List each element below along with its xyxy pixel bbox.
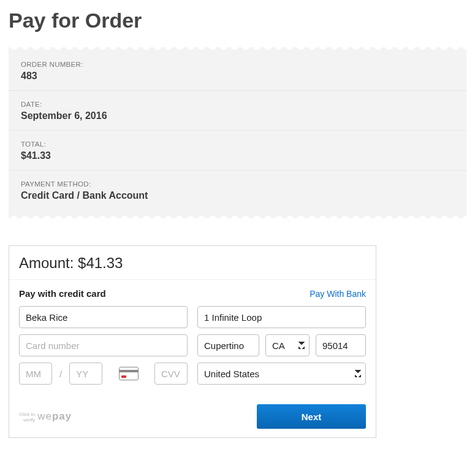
payment-method-value: Credit Card / Bank Account [21,190,454,201]
summary-row-payment-method: PAYMENT METHOD: Credit Card / Bank Accou… [9,170,466,210]
zip-input[interactable] [316,334,366,356]
pay-with-card-label: Pay with credit card [19,288,106,299]
wepay-logo: wepay [37,410,72,423]
order-number-label: ORDER NUMBER: [21,61,454,68]
exp-month-input[interactable] [19,363,52,385]
card-number-input[interactable] [19,334,188,356]
cvv-input[interactable] [154,363,188,385]
date-label: DATE: [21,101,454,108]
card-brand-icon [108,367,148,380]
card-column: / [19,306,188,391]
verify-text-line2: verify [19,417,35,423]
summary-row-date: DATE: September 6, 2016 [9,90,466,130]
payment-method-label: PAYMENT METHOD: [21,180,454,188]
country-select[interactable]: United States [197,363,366,385]
summary-row-order-number: ORDER NUMBER: 483 [9,51,466,90]
summary-row-total: TOTAL: $41.33 [9,130,466,170]
address-column: CA United States [197,306,366,391]
payment-form: Pay with credit card Pay With Bank / [9,280,376,402]
amount-bar: Amount: $41.33 [9,246,376,280]
order-summary-card: ORDER NUMBER: 483 DATE: September 6, 201… [9,47,466,218]
total-value: $41.33 [21,150,454,161]
city-input[interactable] [197,334,259,356]
order-number-value: 483 [21,71,454,82]
state-select[interactable]: CA [265,334,310,356]
panel-footer: Click to verify wepay Next [9,402,376,437]
wepay-verify-badge[interactable]: Click to verify wepay [19,410,72,423]
cardholder-name-input[interactable] [19,306,188,328]
exp-year-input[interactable] [69,363,102,385]
page-title: Pay for Order [9,9,466,33]
address-input[interactable] [197,306,366,328]
payment-panel: Amount: $41.33 Pay with credit card Pay … [9,245,376,438]
credit-card-icon [119,367,139,380]
next-button[interactable]: Next [257,404,366,429]
total-label: TOTAL: [21,140,454,148]
pay-with-bank-link[interactable]: Pay With Bank [310,289,366,299]
exp-slash: / [58,369,63,379]
verify-text-line1: Click to [19,412,35,417]
date-value: September 6, 2016 [21,110,454,121]
